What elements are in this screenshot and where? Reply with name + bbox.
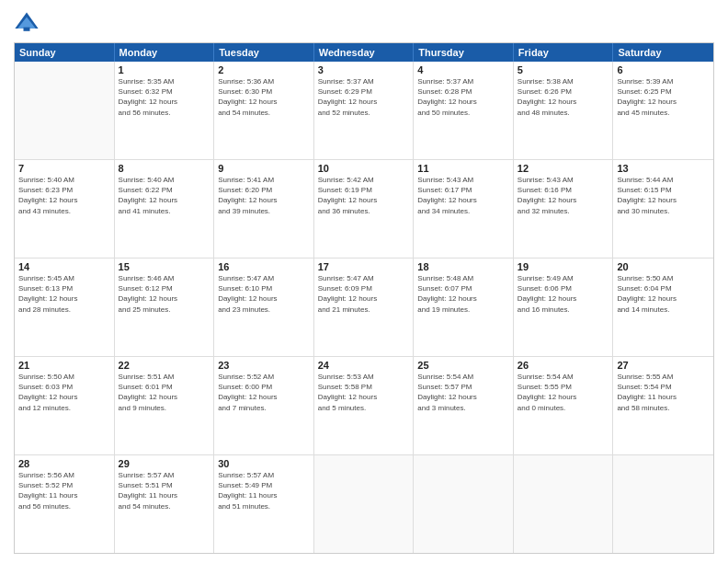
day-cell-13: 13Sunrise: 5:44 AMSunset: 6:15 PMDayligh… xyxy=(613,160,713,258)
cell-info-line: Sunset: 6:20 PM xyxy=(218,185,310,195)
day-number: 8 xyxy=(119,163,210,174)
day-cell-25: 25Sunrise: 5:54 AMSunset: 5:57 PMDayligh… xyxy=(414,357,514,454)
cell-info-line: Sunset: 6:00 PM xyxy=(218,382,310,392)
day-cell-12: 12Sunrise: 5:43 AMSunset: 6:16 PMDayligh… xyxy=(514,160,614,258)
day-cell-18: 18Sunrise: 5:48 AMSunset: 6:07 PMDayligh… xyxy=(414,259,514,356)
cell-info-line: Sunset: 5:58 PM xyxy=(318,382,410,392)
cell-info-line: Sunrise: 5:44 AM xyxy=(617,175,710,185)
calendar-header: SundayMondayTuesdayWednesdayThursdayFrid… xyxy=(15,43,713,62)
cell-info-line: Daylight: 12 hours xyxy=(119,293,210,304)
day-number: 23 xyxy=(218,360,310,371)
day-number: 29 xyxy=(119,458,210,469)
cell-info-line: Sunrise: 5:40 AM xyxy=(119,175,210,185)
cell-info-line: Daylight: 12 hours xyxy=(218,392,310,402)
day-number: 22 xyxy=(119,360,210,371)
cell-info-line: and 9 minutes. xyxy=(119,403,210,413)
cell-info-line: Sunset: 5:51 PM xyxy=(119,480,210,490)
day-cell-11: 11Sunrise: 5:43 AMSunset: 6:17 PMDayligh… xyxy=(414,160,514,258)
cell-info-line: Daylight: 12 hours xyxy=(318,97,410,107)
cell-info-line: Sunset: 6:04 PM xyxy=(617,283,710,293)
header-day-sunday: Sunday xyxy=(15,43,115,62)
cell-info-line: Sunrise: 5:50 AM xyxy=(617,273,710,283)
day-number: 26 xyxy=(518,360,609,371)
cell-info-line: and 36 minutes. xyxy=(318,206,410,216)
day-cell-6: 6Sunrise: 5:39 AMSunset: 6:25 PMDaylight… xyxy=(613,62,713,159)
cell-info-line: Daylight: 12 hours xyxy=(18,392,110,402)
cell-info-line: Daylight: 12 hours xyxy=(119,392,210,402)
day-number: 24 xyxy=(318,360,410,371)
cell-info-line: Sunrise: 5:36 AM xyxy=(218,76,310,86)
cell-info-line: Sunset: 6:19 PM xyxy=(318,185,410,195)
header-day-tuesday: Tuesday xyxy=(214,43,314,62)
day-cell-3: 3Sunrise: 5:37 AMSunset: 6:29 PMDaylight… xyxy=(314,62,415,159)
cell-info-line: Sunrise: 5:55 AM xyxy=(617,372,710,382)
cell-info-line: Sunrise: 5:40 AM xyxy=(18,175,110,185)
day-number: 11 xyxy=(417,163,509,174)
cell-info-line: Sunset: 6:06 PM xyxy=(518,283,609,293)
empty-cell xyxy=(613,455,713,553)
cell-info-line: Sunrise: 5:54 AM xyxy=(417,372,509,382)
cell-info-line: Sunrise: 5:38 AM xyxy=(518,76,609,86)
day-number: 17 xyxy=(318,261,410,272)
header-day-saturday: Saturday xyxy=(613,43,713,62)
day-cell-16: 16Sunrise: 5:47 AMSunset: 6:10 PMDayligh… xyxy=(214,259,314,356)
cell-info-line: Sunrise: 5:39 AM xyxy=(617,76,710,86)
day-number: 7 xyxy=(18,163,110,174)
calendar-body: 1Sunrise: 5:35 AMSunset: 6:32 PMDaylight… xyxy=(15,62,713,553)
day-number: 12 xyxy=(518,163,609,174)
cell-info-line: and 3 minutes. xyxy=(417,403,509,413)
cell-info-line: Sunset: 6:29 PM xyxy=(318,86,410,97)
calendar-row-1: 1Sunrise: 5:35 AMSunset: 6:32 PMDaylight… xyxy=(15,62,713,160)
day-cell-29: 29Sunrise: 5:57 AMSunset: 5:51 PMDayligh… xyxy=(115,455,215,553)
cell-info-line: Sunrise: 5:51 AM xyxy=(119,372,210,382)
header-day-monday: Monday xyxy=(115,43,215,62)
cell-info-line: Daylight: 12 hours xyxy=(417,392,509,402)
day-cell-5: 5Sunrise: 5:38 AMSunset: 6:26 PMDaylight… xyxy=(514,62,614,159)
cell-info-line: Sunset: 6:12 PM xyxy=(119,283,210,293)
cell-info-line: and 51 minutes. xyxy=(218,501,310,511)
cell-info-line: Sunset: 6:23 PM xyxy=(18,185,110,195)
day-number: 2 xyxy=(218,64,310,75)
cell-info-line: Sunrise: 5:47 AM xyxy=(218,273,310,283)
cell-info-line: and 56 minutes. xyxy=(18,501,110,511)
cell-info-line: and 56 minutes. xyxy=(119,108,210,118)
day-number: 21 xyxy=(18,360,110,371)
cell-info-line: Sunrise: 5:46 AM xyxy=(119,273,210,283)
day-cell-1: 1Sunrise: 5:35 AMSunset: 6:32 PMDaylight… xyxy=(115,62,215,159)
day-number: 4 xyxy=(417,64,509,75)
calendar: SundayMondayTuesdayWednesdayThursdayFrid… xyxy=(14,42,714,554)
cell-info-line: Sunset: 6:25 PM xyxy=(617,86,710,97)
cell-info-line: Sunrise: 5:45 AM xyxy=(18,273,110,283)
day-number: 6 xyxy=(617,64,710,75)
day-cell-8: 8Sunrise: 5:40 AMSunset: 6:22 PMDaylight… xyxy=(115,160,215,258)
cell-info-line: Sunrise: 5:56 AM xyxy=(18,470,110,480)
cell-info-line: and 32 minutes. xyxy=(518,206,609,216)
cell-info-line: and 7 minutes. xyxy=(218,403,310,413)
logo xyxy=(14,9,43,35)
day-number: 9 xyxy=(218,163,310,174)
header-day-friday: Friday xyxy=(514,43,614,62)
cell-info-line: and 54 minutes. xyxy=(119,501,210,511)
day-cell-21: 21Sunrise: 5:50 AMSunset: 6:03 PMDayligh… xyxy=(15,357,115,454)
cell-info-line: and 34 minutes. xyxy=(417,206,509,216)
cell-info-line: Daylight: 12 hours xyxy=(417,293,509,304)
cell-info-line: Daylight: 12 hours xyxy=(518,195,609,205)
cell-info-line: Sunrise: 5:43 AM xyxy=(518,175,609,185)
cell-info-line: Sunset: 6:03 PM xyxy=(18,382,110,392)
cell-info-line: Daylight: 12 hours xyxy=(617,293,710,304)
cell-info-line: Sunrise: 5:54 AM xyxy=(518,372,609,382)
cell-info-line: Daylight: 12 hours xyxy=(518,392,609,402)
cell-info-line: Sunrise: 5:49 AM xyxy=(518,273,609,283)
cell-info-line: Sunset: 6:09 PM xyxy=(318,283,410,293)
cell-info-line: Sunrise: 5:57 AM xyxy=(218,470,310,480)
day-number: 10 xyxy=(318,163,410,174)
day-cell-17: 17Sunrise: 5:47 AMSunset: 6:09 PMDayligh… xyxy=(314,259,415,356)
cell-info-line: and 41 minutes. xyxy=(119,206,210,216)
cell-info-line: Sunset: 5:55 PM xyxy=(518,382,609,392)
cell-info-line: Daylight: 12 hours xyxy=(518,97,609,107)
cell-info-line: Sunset: 6:22 PM xyxy=(119,185,210,195)
calendar-row-2: 7Sunrise: 5:40 AMSunset: 6:23 PMDaylight… xyxy=(15,160,713,259)
cell-info-line: Sunrise: 5:37 AM xyxy=(417,76,509,86)
cell-info-line: and 43 minutes. xyxy=(18,206,110,216)
cell-info-line: and 30 minutes. xyxy=(617,206,710,216)
